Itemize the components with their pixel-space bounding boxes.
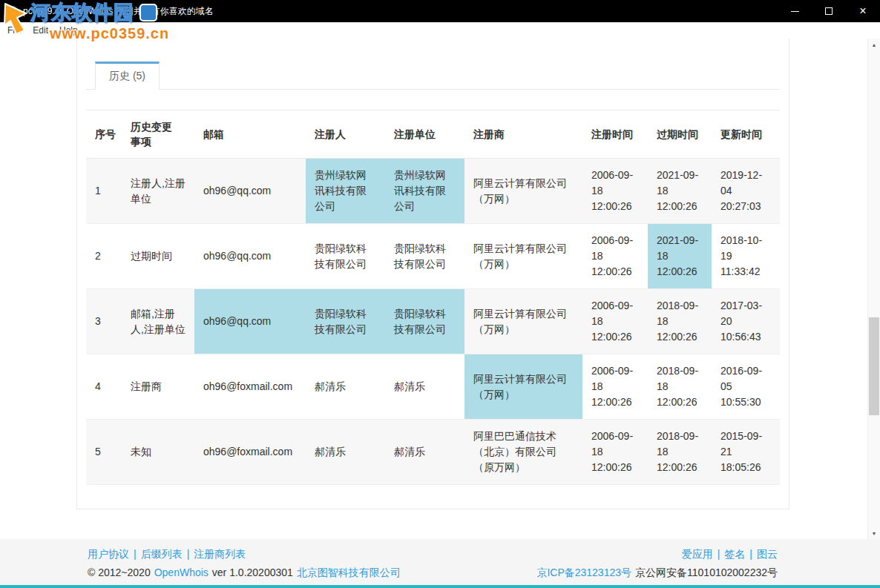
cell-update-time: 2017-03-20 10:56:43 <box>712 289 780 354</box>
cell-expire-time: 2018-09-18 12:00:26 <box>648 289 712 354</box>
table-row: 3 邮箱,注册人,注册单位 oh96@qq.com 贵阳绿软科技有限公司 贵阳绿… <box>86 289 780 354</box>
cell-registrant: 郝清乐 <box>306 420 385 485</box>
cell-email: oh96@qq.com <box>194 159 306 224</box>
cell-expire-time: 2018-09-18 12:00:26 <box>648 354 712 420</box>
close-icon: × <box>859 5 866 17</box>
company-link[interactable]: 北京图智科技有限公司 <box>297 566 401 578</box>
footer-link-tuyun[interactable]: 图云 <box>757 548 778 560</box>
footer-link-registrar-list[interactable]: 注册商列表 <box>194 548 246 560</box>
header-no: 序号 <box>86 110 122 159</box>
vertical-scrollbar[interactable]: ▲ ▼ <box>867 39 880 539</box>
cell-no: 1 <box>86 159 122 224</box>
cell-update-time: 2018-10-19 11:33:42 <box>712 224 780 289</box>
footer-link-aiyingyong[interactable]: 爱应用 <box>682 548 713 560</box>
maximize-icon <box>825 7 833 15</box>
cell-registrant: 贵阳绿软科技有限公司 <box>306 289 385 354</box>
footer-link-user-agreement[interactable]: 用户协议 <box>88 548 129 560</box>
separator: | <box>187 548 190 560</box>
header-email: 邮箱 <box>194 110 306 159</box>
cell-registrar: 阿里云计算有限公司（万网） <box>464 224 582 289</box>
table-row: 2 过期时间 oh96@qq.com 贵阳绿软科技有限公司 贵阳绿软科技有限公司… <box>86 224 780 289</box>
cell-reg-time: 2006-09-18 12:00:26 <box>582 289 648 354</box>
minimize-icon <box>791 11 799 12</box>
separator: | <box>718 548 720 560</box>
footer-link-suffix-list[interactable]: 后缀列表 <box>141 548 183 560</box>
cell-no: 3 <box>86 289 122 354</box>
cell-org: 郝清乐 <box>385 354 464 420</box>
cell-reg-time: 2006-09-18 12:00:26 <box>582 354 648 420</box>
header-registrar: 注册商 <box>464 110 582 159</box>
cell-reg-time: 2006-09-18 12:00:26 <box>582 224 648 289</box>
table-row: 1 注册人,注册单位 oh96@qq.com 贵州绿软网讯科技有限公司 贵州绿软… <box>86 159 780 224</box>
window-bottom-accent <box>0 585 880 588</box>
cell-registrar: 阿里巴巴通信技术（北京）有限公司（原万网） <box>464 420 582 485</box>
cell-expire-time: 2018-09-18 12:00:26 <box>648 420 712 485</box>
scrollbar-thumb[interactable] <box>869 317 879 415</box>
close-button[interactable]: × <box>846 0 880 22</box>
header-expire-time: 过期时间 <box>648 110 712 159</box>
cell-change: 未知 <box>122 420 194 485</box>
brand-link[interactable]: OpenWhois <box>154 566 208 578</box>
cell-registrant: 贵阳绿软科技有限公司 <box>306 224 385 289</box>
header-change: 历史变更事项 <box>122 110 194 159</box>
watermark-site-url: www.pc0359.cn <box>50 25 169 42</box>
footer-links-right: 爱应用|签名|图云 <box>533 545 778 564</box>
cell-org: 贵阳绿软科技有限公司 <box>385 289 464 354</box>
header-reg-time: 注册时间 <box>582 110 648 159</box>
version-text: ver 1.0.20200301 <box>212 566 293 578</box>
header-registrant: 注册人 <box>306 110 385 159</box>
cell-no: 4 <box>86 354 122 420</box>
cell-update-time: 2016-09-05 10:55:30 <box>712 354 780 420</box>
table-row: 4 注册商 oh96@foxmail.com 郝清乐 郝清乐 阿里云计算有限公司… <box>86 354 780 420</box>
scroll-down-icon[interactable]: ▼ <box>868 527 880 539</box>
copyright-prefix: © 2012~2020 <box>88 566 151 578</box>
footer-link-qianming[interactable]: 签名 <box>724 548 745 560</box>
cell-reg-time: 2006-09-18 12:00:26 <box>582 420 648 485</box>
cell-change: 过期时间 <box>122 224 194 289</box>
history-card: 历史 (5) 序号 历史变更事项 邮箱 注册人 注册单位 注册商 注册时间 过期… <box>76 39 789 509</box>
cell-org: 贵阳绿软科技有限公司 <box>385 224 464 289</box>
footer-links-left: 用户协议|后缀列表|注册商列表 <box>88 545 404 564</box>
cell-email: oh96@qq.com <box>194 224 306 289</box>
watermark-badge-icon <box>139 4 157 22</box>
table-header-row: 序号 历史变更事项 邮箱 注册人 注册单位 注册商 注册时间 过期时间 更新时间 <box>86 110 780 159</box>
footer-right: 爱应用|签名|图云 京ICP备23123123号京公网安备11010102002… <box>533 545 778 585</box>
icp-link[interactable]: 京ICP备23123123号 <box>536 566 631 578</box>
history-table: 序号 历史变更事项 邮箱 注册人 注册单位 注册商 注册时间 过期时间 更新时间… <box>86 110 780 485</box>
tab-history[interactable]: 历史 (5) <box>95 62 160 90</box>
tab-bar: 历史 (5) <box>86 62 780 90</box>
cell-email: oh96@foxmail.com <box>194 354 306 420</box>
cell-email: oh96@foxmail.com <box>194 420 306 485</box>
cell-registrant: 贵州绿软网讯科技有限公司 <box>306 159 385 224</box>
cell-no: 5 <box>86 420 122 485</box>
table-row: 5 未知 oh96@foxmail.com 郝清乐 郝清乐 阿里巴巴通信技术（北… <box>86 420 780 485</box>
footer-icp-line: 京ICP备23123123号京公网安备11010102002232号 <box>533 564 778 582</box>
separator: | <box>749 548 752 560</box>
cell-registrant: 郝清乐 <box>306 354 385 420</box>
cell-org: 郝清乐 <box>385 420 464 485</box>
maximize-button[interactable] <box>812 0 846 22</box>
header-update-time: 更新时间 <box>712 110 780 159</box>
minimize-button[interactable] <box>778 0 812 22</box>
separator: | <box>134 548 137 560</box>
cell-update-time: 2015-09-21 18:05:26 <box>712 420 780 485</box>
cell-reg-time: 2006-09-18 12:00:26 <box>582 159 648 224</box>
footer: 用户协议|后缀列表|注册商列表 © 2012~2020OpenWhoisver … <box>0 539 880 585</box>
cell-change: 邮箱,注册人,注册单位 <box>122 289 194 354</box>
scroll-up-icon[interactable]: ▲ <box>868 39 880 50</box>
window-controls: × <box>778 0 880 22</box>
cell-email: oh96@qq.com <box>194 289 306 354</box>
cell-change: 注册商 <box>122 354 194 420</box>
cell-change: 注册人,注册单位 <box>122 159 194 224</box>
cell-expire-time: 2021-09-18 12:00:26 <box>648 224 712 289</box>
police-record-text: 京公网安备11010102002232号 <box>635 566 778 578</box>
watermark-arrow-icon <box>2 1 29 36</box>
cell-registrar: 阿里云计算有限公司（万网） <box>464 354 582 420</box>
site-watermark: 河东软件园 www.pc0359.cn <box>2 1 169 42</box>
cell-registrar: 阿里云计算有限公司（万网） <box>464 159 582 224</box>
main-content: 历史 (5) 序号 历史变更事项 邮箱 注册人 注册单位 注册商 注册时间 过期… <box>0 39 880 539</box>
cell-expire-time: 2021-09-18 12:00:26 <box>648 159 712 224</box>
footer-left: 用户协议|后缀列表|注册商列表 © 2012~2020OpenWhoisver … <box>88 545 404 585</box>
header-org: 注册单位 <box>385 110 464 159</box>
cell-update-time: 2019-12-04 20:27:03 <box>712 159 780 224</box>
